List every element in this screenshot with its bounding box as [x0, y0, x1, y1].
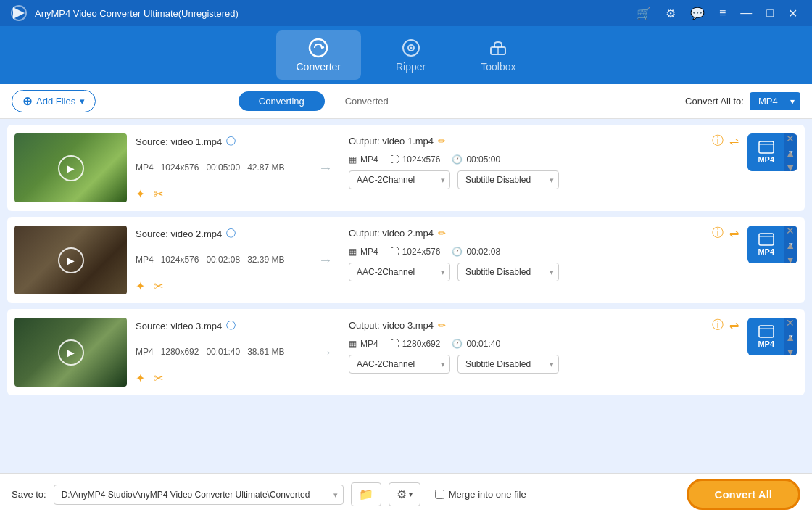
- convert-all-to-label: Convert All to:: [685, 96, 744, 107]
- close-button[interactable]: ✕: [782, 5, 803, 22]
- tab-converted[interactable]: Converted: [325, 91, 409, 111]
- star-icon-1[interactable]: ✦: [136, 187, 145, 201]
- row-up-2[interactable]: ▲: [783, 239, 798, 252]
- format-select[interactable]: MP4 MKV AVI MOV: [750, 92, 800, 110]
- video-info-2: Source: video 2.mp4 ⓘ MP4 1024x576 00:02…: [136, 226, 302, 294]
- video-source-2: Source: video 2.mp4 ⓘ: [136, 227, 302, 240]
- settings-button[interactable]: ⚙ ▾: [389, 482, 420, 506]
- output-info-icon-1[interactable]: ⓘ: [712, 133, 724, 149]
- clock-icon-1: 🕐: [452, 154, 463, 165]
- row-down-1[interactable]: ▼: [783, 161, 798, 174]
- info-icon-1[interactable]: ⓘ: [226, 135, 236, 148]
- format-icon-3: ▦: [349, 339, 357, 349]
- subtitle-select-2[interactable]: Subtitle Disabled: [457, 263, 559, 281]
- video-row: ▶ Source: video 3.mp4 ⓘ MP4 1280x692 00:…: [7, 309, 805, 395]
- nav-ripper[interactable]: Ripper: [376, 30, 446, 80]
- maximize-button[interactable]: □: [761, 5, 779, 21]
- video-actions-2: ✦ ✂: [136, 279, 302, 293]
- nav-toolbox-label: Toolbox: [481, 61, 515, 73]
- video-source-3: Source: video 3.mp4 ⓘ: [136, 319, 302, 332]
- output-selects-1: AAC-2Channel Subtitle Disabled: [349, 170, 739, 189]
- edit-icon-3[interactable]: ✏: [438, 320, 446, 331]
- row-controls-3: ✕ ▲ ▼: [783, 316, 798, 358]
- video-actions-3: ✦ ✂: [136, 371, 302, 385]
- star-icon-3[interactable]: ✦: [136, 371, 145, 385]
- clock-icon-3: 🕐: [452, 339, 463, 349]
- path-select[interactable]: D:\AnyMP4 Studio\AnyMP4 Video Converter …: [54, 485, 344, 505]
- audio-select-3[interactable]: AAC-2Channel: [349, 355, 450, 374]
- add-files-label: Add Files: [36, 96, 75, 107]
- row-up-1[interactable]: ▲: [783, 147, 798, 160]
- star-icon-2[interactable]: ✦: [136, 279, 145, 293]
- output-info-icon-3[interactable]: ⓘ: [712, 318, 724, 333]
- svg-rect-10: [759, 234, 774, 245]
- mp4-format-button-3[interactable]: MP4: [747, 318, 784, 355]
- subtitle-select-wrap-3: Subtitle Disabled: [457, 355, 559, 374]
- subtitle-select-3[interactable]: Subtitle Disabled: [457, 355, 559, 374]
- convert-all-to: Convert All to: MP4 MKV AVI MOV: [685, 92, 800, 110]
- convert-all-button[interactable]: Convert All: [687, 479, 800, 510]
- nav-ripper-label: Ripper: [396, 61, 426, 73]
- chat-icon[interactable]: 💬: [684, 5, 710, 22]
- nav-toolbox[interactable]: Toolbox: [460, 30, 536, 80]
- account-icon[interactable]: ⚙: [660, 5, 682, 22]
- output-info-icon-2[interactable]: ⓘ: [712, 226, 724, 241]
- row-down-3[interactable]: ▼: [783, 345, 798, 358]
- format-icon-2: ▦: [349, 247, 357, 257]
- cut-icon-2[interactable]: ✂: [154, 279, 163, 293]
- resolution-icon-1: ⛶: [390, 154, 399, 165]
- output-header-3: Output: video 3.mp4 ✏ ⓘ ⇌: [349, 318, 739, 333]
- folder-button[interactable]: 📁: [351, 482, 381, 506]
- output-controls-3: ⓘ ⇌: [712, 318, 739, 333]
- audio-select-1[interactable]: AAC-2Channel: [349, 170, 450, 189]
- subtitle-select-1[interactable]: Subtitle Disabled: [457, 170, 559, 189]
- output-name-3: Output: video 3.mp4 ✏: [349, 320, 446, 331]
- nav-converter[interactable]: Converter: [276, 30, 361, 80]
- play-button-2[interactable]: ▶: [58, 247, 84, 273]
- path-select-wrap: D:\AnyMP4 Studio\AnyMP4 Video Converter …: [54, 485, 344, 505]
- svg-marker-0: [13, 7, 25, 19]
- output-settings-icon-3[interactable]: ⇌: [729, 318, 739, 332]
- video-row: ▶ Source: video 1.mp4 ⓘ MP4 1024x576 00:…: [7, 125, 805, 211]
- row-close-1[interactable]: ✕: [784, 132, 797, 145]
- svg-rect-12: [759, 326, 774, 337]
- video-thumbnail-3: ▶: [14, 318, 127, 387]
- merge-checkbox[interactable]: [435, 490, 444, 499]
- cart-icon[interactable]: 🛒: [631, 5, 657, 22]
- info-icon-2[interactable]: ⓘ: [226, 227, 236, 240]
- play-button-1[interactable]: ▶: [58, 155, 84, 181]
- arrow-1: →: [311, 133, 340, 202]
- row-up-3[interactable]: ▲: [783, 331, 798, 344]
- video-source-1: Source: video 1.mp4 ⓘ: [136, 135, 302, 148]
- video-thumbnail-2: ▶: [14, 226, 127, 294]
- mp4-format-button-2[interactable]: MP4: [747, 226, 784, 263]
- edit-icon-2[interactable]: ✏: [438, 228, 446, 239]
- plus-icon: ⊕: [22, 94, 32, 108]
- subtitle-select-wrap-2: Subtitle Disabled: [457, 263, 559, 281]
- mp4-format-button-1[interactable]: MP4: [747, 133, 784, 171]
- video-meta-3: MP4 1280x692 00:01:40 38.61 MB: [136, 347, 302, 357]
- output-header-1: Output: video 1.mp4 ✏ ⓘ ⇌: [349, 133, 739, 149]
- play-button-3[interactable]: ▶: [58, 339, 84, 366]
- info-icon-3[interactable]: ⓘ: [226, 319, 236, 332]
- cut-icon-3[interactable]: ✂: [154, 371, 163, 385]
- merge-label[interactable]: Merge into one file: [435, 489, 526, 500]
- app-logo: [9, 3, 29, 23]
- svg-point-5: [410, 47, 412, 49]
- row-down-2[interactable]: ▼: [783, 253, 798, 266]
- menu-icon[interactable]: ≡: [713, 5, 732, 21]
- row-close-2[interactable]: ✕: [784, 224, 797, 237]
- audio-select-2[interactable]: AAC-2Channel: [349, 263, 450, 281]
- row-close-3[interactable]: ✕: [784, 316, 797, 329]
- output-settings-icon-2[interactable]: ⇌: [729, 226, 739, 240]
- tab-converting[interactable]: Converting: [239, 91, 325, 111]
- minimize-button[interactable]: —: [734, 5, 758, 21]
- add-files-chevron[interactable]: ▾: [80, 96, 85, 107]
- edit-icon-1[interactable]: ✏: [438, 136, 446, 147]
- video-meta-2: MP4 1024x576 00:02:08 32.39 MB: [136, 255, 302, 265]
- app-title: AnyMP4 Video Converter Ultimate(Unregist…: [35, 8, 631, 19]
- output-section-2: Output: video 2.mp4 ✏ ⓘ ⇌ ▦ MP4 ⛶ 1024x5…: [349, 226, 739, 294]
- add-files-button[interactable]: ⊕ Add Files ▾: [12, 90, 96, 112]
- cut-icon-1[interactable]: ✂: [154, 187, 163, 201]
- output-settings-icon-1[interactable]: ⇌: [729, 134, 739, 148]
